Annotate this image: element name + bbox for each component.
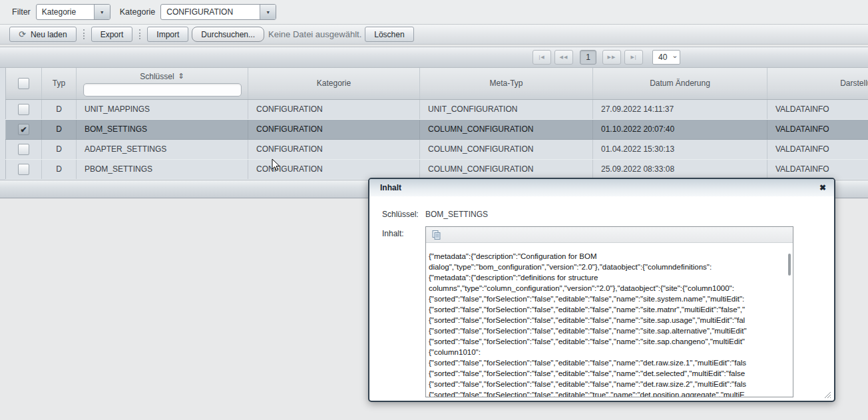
content-line: {"metadata":{"description":"Configuratio… [429, 251, 790, 262]
row-checkbox-cell [6, 139, 42, 159]
header-schluessel[interactable]: Schlüssel ⇕ [77, 68, 248, 99]
page-size-select[interactable]: 40 ⌄ [652, 50, 680, 65]
first-page-button[interactable]: |◀ [533, 50, 551, 65]
row-checkbox[interactable] [18, 164, 29, 175]
browse-file-button[interactable]: Durchsuchen... [192, 27, 264, 42]
header-datum-aenderung[interactable]: Datum Änderung [593, 68, 767, 99]
reload-button[interactable]: ⟳ Neu laden [9, 27, 77, 42]
cell-typ: D [42, 159, 77, 179]
dialog-schluessel-label: Schlüssel: [382, 210, 419, 219]
chevron-down-icon[interactable]: ▼ [260, 5, 276, 19]
chevron-down-icon: ⌄ [672, 51, 678, 60]
cell-schluessel: BOM_SETTINGS [77, 119, 248, 139]
content-line: {"sorted":"false","forSelection":"false"… [429, 389, 790, 397]
cell-datum-aenderung: 01.10.2022 20:07:40 [593, 119, 767, 139]
dialog-inhalt-label: Inhalt: [382, 229, 404, 238]
toolbar: ⟳ Neu laden Export Import Durchsuchen...… [0, 24, 868, 45]
data-grid: |◀ ◀◀ 1 ▶▶ ▶| 40 ⌄ Typ Schlüssel ⇕ [0, 47, 868, 198]
dialog-title: Inhalt [380, 183, 819, 192]
table-row[interactable]: DPBOM_SETTINGSCONFIGURATIONCOLUMN_CONFIG… [6, 159, 868, 179]
schluessel-filter-input[interactable] [83, 83, 242, 97]
reload-button-label: Neu laden [31, 30, 67, 39]
filter-label: Filter [12, 7, 31, 17]
cell-datum-aenderung: 27.09.2022 14:11:37 [593, 99, 767, 119]
import-button[interactable]: Import [147, 27, 188, 42]
filter-bar: Filter Kategorie ▼ Kategorie CONFIGURATI… [0, 0, 868, 24]
content-line: columns","type":"column_configuration","… [429, 283, 790, 294]
cell-typ: D [42, 99, 77, 119]
cell-typ: D [42, 139, 77, 159]
content-box: {"metadata":{"description":"Configuratio… [425, 226, 793, 397]
cell-kategorie: CONFIGURATION [248, 119, 420, 139]
cell-darstellung: VALDATAINFO [767, 119, 868, 139]
cell-typ: D [42, 119, 77, 139]
cell-darstellung: VALDATAINFO [767, 159, 868, 179]
content-line: {"sorted":"false","forSelection":"false"… [429, 304, 790, 315]
kategorie-dropdown-value: CONFIGURATION [161, 5, 260, 19]
delete-button[interactable]: Löschen [365, 27, 413, 42]
app-root: { "filter_bar": { "filter_label": "Filte… [0, 0, 868, 420]
chevron-down-icon[interactable]: ▼ [94, 5, 110, 19]
filter-dropdown-value: Kategorie [37, 5, 94, 19]
cell-darstellung: VALDATAINFO [767, 99, 868, 119]
toolbar-separator [139, 29, 140, 39]
page-size-value: 40 [658, 53, 667, 62]
dialog-titlebar[interactable]: Inhalt ✖ [369, 179, 834, 196]
close-icon[interactable]: ✖ [819, 184, 826, 192]
content-line: {"sorted":"false","forSelection":"false"… [429, 379, 790, 389]
export-button[interactable]: Export [91, 27, 133, 42]
table-row[interactable]: ✔DBOM_SETTINGSCONFIGURATIONCOLUMN_CONFIG… [6, 119, 868, 139]
select-all-checkbox[interactable] [18, 78, 29, 89]
content-line: {"sorted":"false","forSelection":"false"… [429, 357, 790, 368]
header-darstellung[interactable]: Darstellung [767, 68, 868, 99]
content-text[interactable]: {"metadata":{"description":"Configuratio… [426, 243, 793, 397]
next-page-button[interactable]: ▶▶ [602, 50, 621, 65]
cell-datum-aenderung: 01.04.2022 15:30:13 [593, 139, 767, 159]
content-line: {"sorted":"false","forSelection":"false"… [429, 315, 790, 325]
header-schluessel-label: Schlüssel [140, 72, 174, 81]
content-line: {"metadata":{"description":"definitions … [429, 272, 790, 283]
cell-meta-typ: UNIT_CONFIGURATION [420, 99, 593, 119]
table-body: DUNIT_MAPPINGSCONFIGURATIONUNIT_CONFIGUR… [6, 99, 868, 179]
row-checkbox[interactable] [18, 144, 29, 155]
cell-kategorie: CONFIGURATION [248, 139, 420, 159]
row-checkbox-cell [6, 159, 42, 179]
cell-darstellung: VALDATAINFO [767, 139, 868, 159]
last-page-button[interactable]: ▶| [624, 50, 643, 65]
copy-icon[interactable] [431, 230, 442, 240]
resize-grip-icon[interactable] [824, 391, 831, 399]
cell-meta-typ: COLUMN_CONFIGURATION [420, 159, 593, 179]
pagination-bar: |◀ ◀◀ 1 ▶▶ ▶| 40 ⌄ [0, 47, 868, 68]
content-line: {"sorted":"false","forSelection":"false"… [429, 294, 790, 304]
cell-schluessel: ADAPTER_SETTINGS [77, 139, 248, 159]
cell-datum-aenderung: 25.09.2022 08:33:08 [593, 159, 767, 179]
content-toolbar [426, 227, 793, 243]
header-select-cell [6, 68, 42, 99]
row-checkbox[interactable]: ✔ [18, 124, 29, 135]
content-line: {"sorted":"false","forSelection":"false"… [429, 325, 790, 336]
row-checkbox[interactable] [18, 104, 29, 115]
current-page-button[interactable]: 1 [580, 50, 596, 65]
table-row[interactable]: DUNIT_MAPPINGSCONFIGURATIONUNIT_CONFIGUR… [6, 99, 868, 119]
header-typ[interactable]: Typ [42, 68, 77, 99]
table-header-row: Typ Schlüssel ⇕ Kategorie Meta-Typ Datum… [6, 68, 868, 99]
cell-meta-typ: COLUMN_CONFIGURATION [420, 139, 593, 159]
cell-kategorie: CONFIGURATION [248, 99, 420, 119]
content-line: {"sorted":"false","forSelection":"false"… [429, 336, 790, 347]
table-row[interactable]: DADAPTER_SETTINGSCONFIGURATIONCOLUMN_CON… [6, 139, 868, 159]
content-line: {"sorted":"false","forSelection":"false"… [429, 368, 790, 379]
cell-schluessel: UNIT_MAPPINGS [77, 99, 248, 119]
header-kategorie[interactable]: Kategorie [248, 68, 420, 99]
filter-dropdown[interactable]: Kategorie ▼ [36, 4, 110, 20]
inhalt-dialog: Inhalt ✖ Schlüssel: BOM_SETTINGS Inhalt:… [368, 178, 835, 402]
cell-schluessel: PBOM_SETTINGS [77, 159, 248, 179]
dialog-schluessel-value: BOM_SETTINGS [425, 210, 488, 219]
sort-icon[interactable]: ⇕ [178, 72, 184, 81]
refresh-icon: ⟳ [19, 30, 26, 39]
header-meta-typ[interactable]: Meta-Typ [420, 68, 593, 99]
kategorie-dropdown[interactable]: CONFIGURATION ▼ [160, 4, 276, 20]
vertical-scrollbar[interactable] [788, 254, 791, 276]
row-checkbox-cell [6, 99, 42, 119]
content-line: dialog","type":"bom_configuration","vers… [429, 262, 790, 272]
previous-page-button[interactable]: ◀◀ [554, 50, 573, 65]
